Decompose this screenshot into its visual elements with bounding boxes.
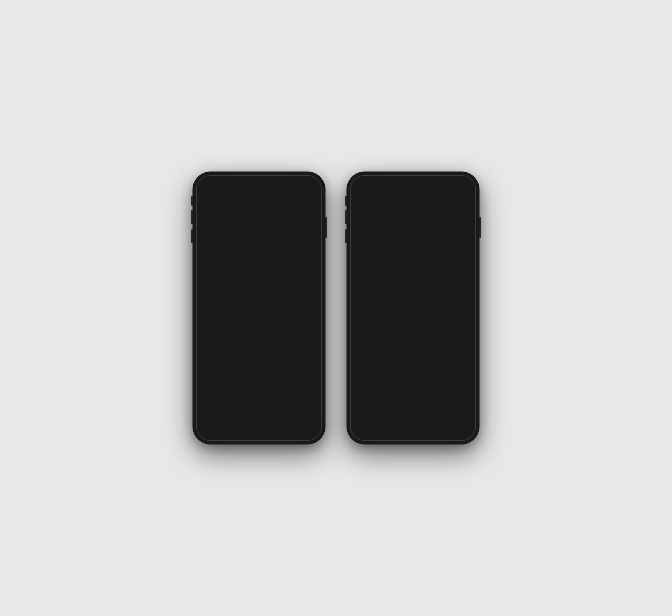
status-time-light: 9:41: [206, 180, 216, 186]
shared-image-light[interactable]: [254, 208, 317, 257]
video-button-dark[interactable]: [459, 192, 470, 204]
msg-row-2-light: What a great trip that was.: [201, 278, 317, 292]
message-input-light[interactable]: [260, 418, 322, 429]
msg-row-4-dark: 👩 Hmm idk but I have my outfit planned o…: [355, 321, 471, 342]
contact-avatar-light[interactable]: 👩: [208, 191, 221, 205]
contact-status-light: Active now: [224, 199, 286, 203]
home-indicator-light: [236, 436, 282, 438]
shared-image-dark[interactable]: [408, 208, 471, 257]
chat-toolbar-light: 😊 🤩: [196, 414, 322, 434]
volume-up-button[interactable]: [191, 210, 192, 224]
bubble-7-light: Sounds good 🛸: [212, 385, 251, 399]
bubble-4-dark: Hmm idk but I have my outfit planned out…: [366, 321, 443, 342]
chat-content-light: 👩 Oh, I remember this! What a great trip…: [196, 208, 322, 414]
back-button-dark[interactable]: ‹: [356, 194, 358, 203]
silent-switch-dark: [345, 196, 346, 206]
msg-row-6-light: Let me know what you wanna do! 👍: [201, 362, 317, 382]
bubble-7-dark: Sounds good 🛸: [432, 385, 471, 399]
bubble-6-light: Let me know what you wanna do! 👍: [240, 362, 317, 382]
msg-row-5-light: 👩 #Lovetoseeit: [201, 345, 317, 359]
msg-row-image-light: [201, 208, 317, 259]
volume-down-button[interactable]: [191, 229, 192, 243]
camera-button-light[interactable]: [216, 418, 227, 429]
mic-button-light[interactable]: [246, 418, 256, 429]
svg-line-6: [433, 222, 454, 240]
header-actions-light: [289, 192, 316, 204]
signal-icon-light: [289, 181, 296, 185]
msg-row-1-light: 👩 Oh, I remember this!: [201, 261, 317, 275]
contact-info-light: Ayesha Siddiqui Active now: [224, 193, 286, 203]
status-icons-light: ▾⌇: [289, 181, 312, 186]
mic-button-dark[interactable]: [400, 418, 410, 429]
silent-switch: [191, 196, 192, 206]
call-button-dark[interactable]: [443, 192, 454, 204]
gallery-button-dark[interactable]: [385, 418, 396, 429]
svg-line-5: [426, 222, 454, 243]
svg-line-3: [293, 222, 300, 229]
contact-status-dark: Active now: [378, 199, 440, 203]
bubble-2-light: What a great trip that was.: [250, 278, 317, 292]
bubble-6-dark: Let me know what you wanna do! 👍: [366, 362, 443, 382]
msg-row-image-dark: [355, 208, 471, 259]
plus-button-dark[interactable]: [356, 418, 366, 429]
msg-row-6-dark: 👩 Let me know what you wanna do! 👍: [355, 362, 471, 382]
msg-avatar-3-light: 👩: [201, 309, 210, 318]
camera-button-dark[interactable]: [370, 418, 381, 429]
reaction-6-light: 👍: [308, 379, 314, 386]
image-placeholder-dark: [408, 208, 471, 257]
message-input-dark[interactable]: [414, 418, 476, 429]
contact-info-dark: Isabela Martins Active now: [378, 193, 440, 203]
battery-icon-dark: [457, 181, 466, 185]
bubble-3-dark: Yoo! What are our NYE plans?: [395, 304, 471, 318]
battery-icon-light: [303, 181, 312, 185]
bubble-2-dark: What a great trip that was.: [366, 278, 433, 292]
timestamp-light: 9:41 AM: [201, 295, 317, 302]
msg-row-7-dark: Sounds good 🛸: [355, 385, 471, 399]
status-icons-dark: ▾⌇: [443, 181, 466, 186]
volume-up-button-dark[interactable]: [345, 210, 346, 224]
image-placeholder-light: [254, 208, 317, 257]
screen-inner-dark: 9:41 ▾⌇ ‹ 👩: [350, 175, 476, 441]
contact-avatar-dark[interactable]: 👩: [362, 191, 375, 205]
timestamp-dark: 9:41 AM: [355, 295, 471, 302]
home-indicator-dark: [390, 436, 436, 438]
contact-name-dark: Isabela Martins: [378, 193, 440, 199]
bubble-3-light: Yoo! What are our NYE plans?: [212, 304, 288, 318]
chat-header-dark: ‹ 👩 Isabela Martins Active now: [350, 189, 476, 208]
volume-down-button-dark[interactable]: [345, 229, 346, 243]
msg-avatar-1-light: 👩: [201, 266, 210, 275]
reaction-7-dark: 🛸: [466, 396, 472, 402]
msg-row-3-light: 👩 Yoo! What are our NYE plans?: [201, 304, 317, 318]
signal-icon-dark: [443, 181, 450, 185]
screen-inner-light: 9:41 ▾⌇ ‹ 👩: [196, 175, 322, 441]
bubble-4-light: Hmm idk but I have my outfit planned out…: [240, 321, 317, 342]
bubble-1-light: Oh, I remember this!: [212, 261, 267, 275]
msg-avatar-7-light: 👩: [201, 390, 210, 399]
status-bar-dark: 9:41 ▾⌇: [350, 175, 476, 189]
status-time-dark: 9:41: [360, 180, 370, 186]
msg-row-5-dark: #Lovetoseeit: [355, 345, 471, 359]
call-button-light[interactable]: [289, 192, 300, 204]
msg-avatar-5-light: 👩: [201, 350, 210, 359]
phone-light: 9:41 ▾⌇ ‹ 👩: [192, 172, 326, 444]
svg-line-1: [279, 222, 300, 240]
video-button-light[interactable]: [305, 192, 316, 204]
msg-avatar-6-dark: 👩: [355, 373, 364, 382]
msg-avatar-2-dark: 👩: [355, 283, 364, 292]
avatar-image-dark: 👩: [362, 191, 375, 205]
svg-line-0: [272, 222, 300, 243]
contact-name-light: Ayesha Siddiqui: [224, 193, 286, 199]
msg-row-7-light: 👩 Sounds good 🛸: [201, 385, 317, 399]
msg-row-2-dark: 👩 What a great trip that was.: [355, 278, 471, 292]
bubble-5-dark: #Lovetoseeit: [434, 345, 471, 359]
back-button-light[interactable]: ‹: [202, 194, 204, 203]
plus-button-light[interactable]: [202, 418, 212, 429]
status-bar-light: 9:41 ▾⌇: [196, 175, 322, 189]
reaction-7-light: 🛸: [246, 396, 252, 402]
chat-header-light: ‹ 👩 Ayesha Siddiqui Active now: [196, 189, 322, 208]
phone-dark: 9:41 ▾⌇ ‹ 👩: [346, 172, 479, 444]
reaction-6-dark: 👍: [434, 379, 440, 386]
svg-line-4: [272, 227, 293, 243]
gallery-button-light[interactable]: [231, 418, 241, 429]
msg-row-3-dark: Yoo! What are our NYE plans?: [355, 304, 471, 318]
